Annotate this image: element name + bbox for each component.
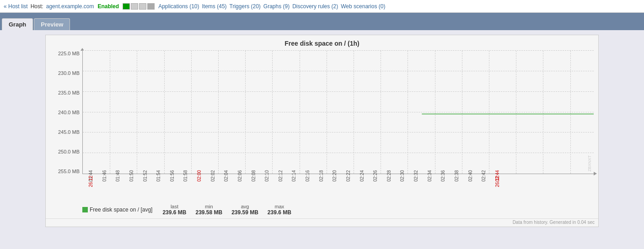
legend: Free disk space on / [avg] last 239.6 MB… [46, 199, 598, 218]
x-label-11: 02:06 [237, 170, 242, 181]
data-note: Data from history. Generated in 0.04 sec [46, 218, 598, 227]
grid-icon-2 [139, 3, 146, 10]
x-label-25: 02:34 [427, 170, 432, 181]
graph-title: Free disk space on / (1h) [50, 40, 594, 47]
x-label-10: 02:04 [224, 170, 229, 181]
y-label-6: 250.0 MB [50, 149, 80, 154]
graph-container: Free disk space on / (1h) 255.0 MB 250.0… [45, 35, 599, 227]
discovery-link[interactable]: Discovery rules (2) [292, 3, 338, 10]
x-label-date-end: 26.12 [494, 175, 499, 187]
tab-graph[interactable]: Graph [2, 18, 33, 30]
x-label-2: 01:48 [115, 170, 120, 181]
graph-area: 255.0 MB 250.0 MB 245.0 MB 240.0 MB 235.… [50, 51, 594, 174]
x-label-17: 02:18 [318, 170, 323, 181]
x-label-date-start: 26.12 [88, 175, 93, 187]
data-line-svg [83, 51, 594, 174]
legend-color-box [82, 207, 88, 212]
legend-stats: last 239.6 MB min 239.58 MB avg 239.59 M… [162, 204, 291, 216]
x-label-15: 02:14 [291, 170, 296, 181]
legend-avg-label: avg [241, 204, 249, 209]
x-label-3: 01:50 [129, 170, 134, 181]
grid-icon-1 [131, 3, 138, 10]
x-label-6: 01:56 [169, 170, 174, 181]
legend-bracket: [avg] [140, 207, 152, 213]
x-label-27: 02:38 [454, 170, 459, 181]
legend-max: max 239.6 MB [268, 204, 291, 216]
host-label: Host: [31, 3, 43, 10]
grid-icon-3 [147, 3, 155, 10]
legend-last-value: 239.6 MB [162, 209, 186, 216]
y-label-5: 245.0 MB [50, 129, 80, 135]
legend-max-label: max [274, 204, 284, 209]
x-label-20: 02:24 [359, 170, 364, 181]
legend-last: last 239.6 MB [162, 204, 186, 216]
watermark: ZBXNXT [587, 155, 592, 172]
enabled-badge: Enabled [97, 3, 119, 10]
legend-min: min 239.58 MB [195, 204, 222, 216]
content-area: Free disk space on / (1h) 255.0 MB 250.0… [0, 30, 644, 249]
x-label-24: 02:32 [413, 170, 419, 181]
x-label-12: 02:08 [251, 170, 256, 181]
y-label-4: 240.0 MB [50, 110, 80, 115]
x-label-1: 01:46 [102, 170, 107, 181]
y-label-1: 225.0 MB [50, 51, 80, 56]
x-label-5: 01:54 [156, 170, 161, 181]
x-axis-arrow-icon [594, 172, 597, 175]
y-label-2: 230.0 MB [50, 70, 80, 76]
x-label-8: 02:00 [197, 170, 202, 181]
x-label-13: 02:10 [264, 170, 269, 181]
y-axis: 255.0 MB 250.0 MB 245.0 MB 240.0 MB 235.… [50, 51, 82, 174]
x-label-19: 02:22 [345, 170, 350, 181]
green-icon [123, 3, 130, 10]
items-link[interactable]: Items (45) [202, 3, 227, 10]
graphs-link[interactable]: Graphs (9) [263, 3, 290, 10]
legend-min-label: min [205, 204, 213, 209]
web-link[interactable]: Web scenarios (0) [341, 3, 385, 10]
legend-avg-value: 239.59 MB [231, 209, 258, 216]
x-label-7: 01:58 [183, 170, 188, 181]
tab-bar: Graph Preview [0, 13, 644, 30]
top-nav: « Host list Host: agent.example.com Enab… [0, 0, 644, 13]
back-to-hostlist[interactable]: « Host list [4, 3, 28, 10]
x-label-21: 02:26 [373, 170, 378, 181]
tab-preview[interactable]: Preview [34, 18, 70, 30]
icon-group [123, 3, 155, 10]
legend-series-name: Free disk space on / [90, 207, 139, 213]
y-label-3: 235.0 MB [50, 90, 80, 95]
x-label-16: 02:16 [305, 170, 310, 181]
applications-link[interactable]: Applications (10) [158, 3, 199, 10]
x-label-23: 02:30 [400, 170, 405, 181]
x-label-22: 02:28 [386, 170, 391, 181]
chart-wrapper: ZBXNXT [82, 51, 594, 174]
legend-max-value: 239.6 MB [268, 209, 291, 216]
x-label-28: 02:40 [467, 170, 472, 181]
legend-last-label: last [171, 204, 178, 209]
legend-min-value: 239.58 MB [195, 209, 222, 216]
x-label-14: 02:12 [278, 170, 283, 181]
x-axis-labels: 01:44 26.12 01:46 01:48 01:50 01:52 01:5… [82, 174, 594, 199]
graph-inner: Free disk space on / (1h) 255.0 MB 250.0… [46, 35, 598, 199]
x-label-4: 01:52 [142, 170, 147, 181]
legend-item: Free disk space on / [avg] [82, 207, 152, 213]
legend-avg: avg 239.59 MB [231, 204, 258, 216]
y-label-7: 255.0 MB [50, 169, 80, 174]
host-link[interactable]: agent.example.com [46, 3, 94, 10]
x-label-29: 02:42 [481, 170, 486, 181]
x-label-9: 02:02 [210, 170, 215, 181]
x-label-18: 02:20 [332, 170, 337, 181]
triggers-link[interactable]: Triggers (20) [230, 3, 261, 10]
x-label-26: 02:36 [440, 170, 445, 181]
